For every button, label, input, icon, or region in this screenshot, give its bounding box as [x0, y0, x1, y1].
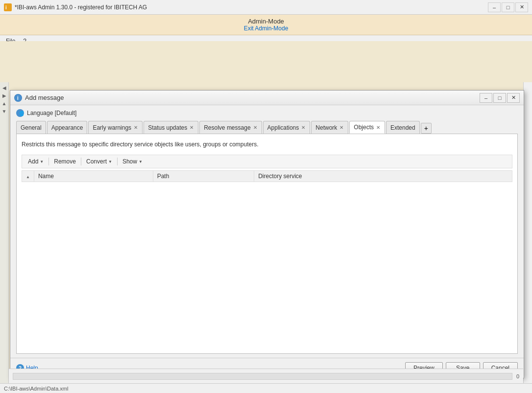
toolbar-separator-1 — [48, 158, 49, 165]
maximize-button[interactable]: □ — [502, 2, 514, 12]
dialog-maximize-button[interactable]: □ — [493, 93, 506, 103]
status-path: C:\IBI-aws\Admin\Data.xml — [4, 386, 68, 392]
language-label: Language [Default] — [27, 110, 76, 116]
dialog-controls: – □ ✕ — [480, 93, 520, 103]
tab-status-updates[interactable]: Status updates ✕ — [144, 121, 198, 134]
tab-applications-close-icon[interactable]: ✕ — [301, 125, 306, 130]
close-button[interactable]: ✕ — [515, 2, 528, 12]
toolbar-separator-3 — [117, 158, 118, 165]
tab-appearance-label: Appearance — [51, 124, 83, 131]
objects-toolbar: Add ▼ Remove Convert ▼ Show ▼ — [22, 155, 512, 168]
tab-objects[interactable]: Objects ✕ — [349, 121, 385, 134]
tab-network-label: Network — [315, 124, 337, 131]
tab-add-icon: + — [424, 124, 428, 132]
add-dropdown-arrow-icon: ▼ — [40, 160, 44, 164]
tab-early-warnings-label: Early warnings — [93, 124, 131, 131]
window-title: *IBI-aws Admin 1.30.0 - registered for I… — [15, 4, 147, 11]
tab-resolve-message-label: Resolve message — [204, 124, 250, 131]
app-icon: i — [4, 3, 12, 11]
show-label: Show — [122, 158, 137, 165]
tab-objects-label: Objects — [354, 124, 374, 131]
convert-dropdown-arrow-icon: ▼ — [108, 160, 112, 164]
objects-table: ▲ Name Path Directory service — [22, 170, 512, 339]
convert-label: Convert — [86, 158, 107, 165]
table-directory-service-header[interactable]: Directory service — [254, 171, 512, 182]
language-icon: 🌐 — [16, 109, 24, 117]
right-panel — [523, 82, 532, 383]
table-name-header[interactable]: Name — [34, 171, 153, 182]
toolbar-separator-2 — [81, 158, 81, 165]
add-label: Add — [28, 158, 38, 165]
side-nav: ◀ ▶ ▲ ▼ — [0, 82, 9, 383]
tab-objects-close-icon[interactable]: ✕ — [376, 125, 381, 130]
tab-applications[interactable]: Applications ✕ — [263, 121, 311, 134]
counter-badge: 0 — [516, 373, 519, 379]
tab-early-warnings[interactable]: Early warnings ✕ — [88, 121, 143, 134]
exit-admin-mode-link[interactable]: Exit Admin-Mode — [244, 25, 289, 32]
dialog-title-text: Add message — [25, 94, 64, 101]
remove-label: Remove — [54, 158, 76, 165]
progress-bar — [13, 373, 512, 380]
objects-table-body — [22, 182, 512, 339]
tab-general-label: General — [21, 124, 42, 131]
sort-arrow-icon: ▲ — [26, 175, 30, 179]
table-sort-col-header[interactable]: ▲ — [22, 171, 34, 182]
svg-text:🌐: 🌐 — [19, 111, 24, 116]
tab-early-warnings-close-icon[interactable]: ✕ — [133, 125, 138, 130]
title-bar: i *IBI-aws Admin 1.30.0 - registered for… — [0, 0, 532, 15]
tabs-container: General Appearance Early warnings ✕ Stat… — [16, 121, 518, 134]
tab-resolve-message-close-icon[interactable]: ✕ — [253, 125, 258, 130]
tab-status-updates-label: Status updates — [148, 124, 187, 131]
background-area: ◀ ▶ ▲ ▼ i Add message – □ ✕ — [0, 41, 532, 393]
tab-extended-label: Extended — [390, 124, 415, 131]
dialog-title-bar: i Add message – □ ✕ — [10, 91, 524, 105]
add-message-dialog: i Add message – □ ✕ 🌐 — [10, 90, 524, 378]
nav-forward-icon[interactable]: ▶ — [1, 92, 8, 99]
convert-button[interactable]: Convert ▼ — [83, 157, 115, 166]
objects-info-text: Restricts this message to specific direc… — [22, 139, 512, 150]
add-button[interactable]: Add ▼ — [25, 157, 47, 166]
title-bar-left: i *IBI-aws Admin 1.30.0 - registered for… — [4, 3, 147, 11]
language-row: 🌐 Language [Default] — [16, 109, 518, 117]
tab-general[interactable]: General — [16, 121, 46, 134]
show-button[interactable]: Show ▼ — [120, 157, 145, 166]
svg-text:i: i — [17, 95, 19, 101]
tab-status-updates-close-icon[interactable]: ✕ — [189, 125, 194, 130]
minimize-button[interactable]: – — [488, 2, 501, 12]
nav-up-icon[interactable]: ▲ — [1, 100, 8, 107]
dialog-content-area: 🌐 Language [Default] General Appearance … — [10, 105, 524, 358]
status-bar: C:\IBI-aws\Admin\Data.xml — [0, 383, 532, 393]
nav-back-icon[interactable]: ◀ — [1, 84, 8, 91]
tab-resolve-message[interactable]: Resolve message ✕ — [199, 121, 262, 134]
dialog-minimize-button[interactable]: – — [480, 93, 492, 103]
tab-appearance[interactable]: Appearance — [47, 121, 88, 134]
tab-applications-label: Applications — [267, 124, 299, 131]
bottom-progress-area: 0 — [9, 369, 523, 383]
tab-network-close-icon[interactable]: ✕ — [339, 125, 344, 130]
dialog-close-button[interactable]: ✕ — [507, 93, 520, 103]
admin-banner: Admin-Mode Exit Admin-Mode — [0, 15, 532, 35]
tab-network[interactable]: Network ✕ — [311, 121, 348, 134]
svg-text:i: i — [5, 5, 7, 10]
tab-extended[interactable]: Extended — [386, 121, 420, 134]
remove-button[interactable]: Remove — [51, 157, 79, 166]
dialog-title-left: i Add message — [14, 94, 64, 102]
tab-add-button[interactable]: + — [421, 123, 432, 134]
title-bar-controls: – □ ✕ — [488, 2, 528, 12]
show-dropdown-arrow-icon: ▼ — [139, 160, 143, 164]
table-path-header[interactable]: Path — [153, 171, 254, 182]
nav-down-icon[interactable]: ▼ — [1, 108, 8, 115]
admin-mode-title: Admin-Mode — [0, 18, 532, 25]
dialog-icon: i — [14, 94, 22, 102]
tab-panel-objects: Restricts this message to specific direc… — [16, 134, 518, 354]
